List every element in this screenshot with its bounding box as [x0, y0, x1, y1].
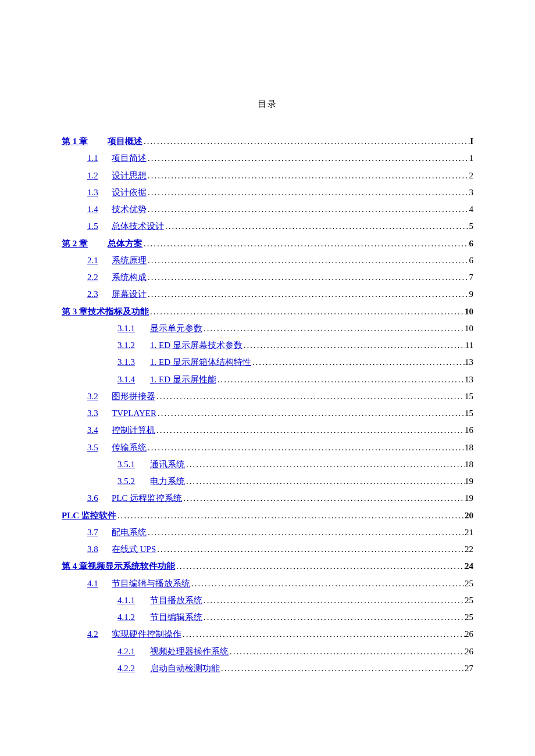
toc-entry-number[interactable]: 第 2 章: [62, 235, 88, 252]
toc-entry[interactable]: 第 3 章技术指标及功能10: [62, 303, 473, 320]
toc-entry-label[interactable]: 项目简述: [112, 150, 147, 167]
toc-entry-label[interactable]: 节目编辑与播放系统: [112, 575, 190, 592]
toc-entry-number[interactable]: 1.3: [87, 184, 106, 201]
toc-entry-number[interactable]: 3.1.4: [117, 371, 144, 388]
toc-entry[interactable]: 1.3设计依据3: [62, 184, 473, 201]
toc-entry[interactable]: 3.5传输系统18: [62, 439, 473, 456]
toc-entry[interactable]: 1.5总体技术设计5: [62, 218, 473, 235]
toc-entry-label[interactable]: 控制计算机: [112, 422, 155, 439]
toc-entry-number[interactable]: 3.1.1: [117, 320, 144, 337]
toc-entry-label[interactable]: 项目概述: [108, 133, 142, 150]
toc-entry[interactable]: 2.3屏幕设计9: [62, 286, 473, 303]
toc-entry-number[interactable]: 3.5.1: [117, 456, 144, 473]
toc-entry-page: 25: [465, 592, 473, 609]
toc-entry-number[interactable]: 3.4: [87, 422, 106, 439]
toc-entry-number[interactable]: 4.1.2: [117, 609, 144, 626]
toc-entry[interactable]: 4.2.2启动自动检测功能27: [62, 660, 473, 677]
toc-entry-label[interactable]: 设计依据: [112, 184, 147, 201]
toc-entry-number[interactable]: 3.1.3: [117, 354, 144, 371]
toc-entry[interactable]: 3.3TVPLAYER15: [62, 405, 473, 422]
toc-entry-number[interactable]: 第 1 章: [62, 133, 88, 150]
toc-entry-number[interactable]: 1.4: [87, 201, 106, 218]
toc-entry-label[interactable]: 传输系统: [112, 439, 147, 456]
toc-entry-label[interactable]: 1. ED 显示屏幕技术参数: [150, 337, 242, 354]
toc-entry[interactable]: 1.2设计思想2: [62, 167, 473, 184]
toc-entry-label[interactable]: 系统原理: [112, 252, 147, 269]
toc-leader-dots: [181, 626, 465, 643]
toc-entry-number[interactable]: 3.6: [87, 490, 106, 507]
toc-entry-number[interactable]: 1.2: [87, 167, 106, 184]
toc-entry-number[interactable]: 3.8: [87, 541, 106, 558]
toc-leader-dots: [147, 439, 465, 456]
toc-entry-label[interactable]: 1. ED 显示屏性能: [150, 371, 216, 388]
toc-entry-label[interactable]: 图形拼接器: [112, 388, 155, 405]
toc-entry[interactable]: 3.7配电系统21: [62, 524, 473, 541]
toc-entry-label[interactable]: 系统构成: [112, 269, 147, 286]
toc-entry[interactable]: 4.1.2节目编辑系统25: [62, 609, 473, 626]
toc-entry-number[interactable]: 2.1: [87, 252, 106, 269]
toc-entry[interactable]: 3.6PLC 远程监控系统19: [62, 490, 473, 507]
toc-entry[interactable]: 4.2实现硬件控制操作26: [62, 626, 473, 643]
toc-entry-label[interactable]: 视频处理器操作系统: [150, 643, 229, 660]
toc-entry[interactable]: 3.8在线式 UPS22: [62, 541, 473, 558]
toc-entry-number[interactable]: 3.5: [87, 439, 106, 456]
toc-entry-number[interactable]: 3.7: [87, 524, 106, 541]
toc-entry-label[interactable]: 电力系统: [150, 473, 185, 490]
toc-entry[interactable]: 4.2.1视频处理器操作系统26: [62, 643, 473, 660]
toc-entry[interactable]: 3.1.1显示单元参数10: [62, 320, 473, 337]
toc-entry-label[interactable]: 第 4 章视频显示系统软件功能: [62, 558, 175, 575]
toc-entry-label[interactable]: 设计思想: [112, 167, 147, 184]
toc-entry-label[interactable]: 总体技术设计: [112, 218, 164, 235]
toc-entry-label[interactable]: 节目播放系统: [150, 592, 202, 609]
toc-entry[interactable]: 1.4技术优势4: [62, 201, 473, 218]
toc-entry[interactable]: 3.5.2电力系统19: [62, 473, 473, 490]
toc-entry[interactable]: 1.1项目简述1: [62, 150, 473, 167]
toc-entry-label[interactable]: PLC 监控软件: [62, 507, 116, 524]
toc-leader-dots: [149, 303, 465, 320]
toc-entry-number[interactable]: 1.5: [87, 218, 106, 235]
toc-entry-label[interactable]: 启动自动检测功能: [150, 660, 220, 677]
toc-entry-number[interactable]: 4.2: [87, 626, 106, 643]
toc-entry[interactable]: 3.2图形拼接器15: [62, 388, 473, 405]
toc-entry-number[interactable]: 3.5.2: [117, 473, 144, 490]
toc-entry-label[interactable]: TVPLAYER: [112, 405, 156, 422]
toc-entry-number[interactable]: 4.1: [87, 575, 106, 592]
toc-entry[interactable]: 2.1系统原理6: [62, 252, 473, 269]
toc-entry-number[interactable]: 4.1.1: [117, 592, 144, 609]
toc-entry-number[interactable]: 2.2: [87, 269, 106, 286]
toc-entry[interactable]: 4.1节目编辑与播放系统25: [62, 575, 473, 592]
toc-entry-page: 6: [469, 235, 474, 252]
toc-entry-label[interactable]: 实现硬件控制操作: [112, 626, 181, 643]
toc-entry[interactable]: 3.1.31. ED 显示屏箱体结构特性13: [62, 354, 473, 371]
toc-entry-number[interactable]: 3.2: [87, 388, 106, 405]
toc-entry-label[interactable]: 第 3 章技术指标及功能: [62, 303, 149, 320]
toc-entry[interactable]: 第 2 章总体方案6: [62, 235, 473, 252]
toc-entry-label[interactable]: 配电系统: [112, 524, 147, 541]
toc-entry[interactable]: PLC 监控软件20: [62, 507, 473, 524]
toc-leader-dots: [220, 660, 465, 677]
toc-entry-number[interactable]: 3.3: [87, 405, 106, 422]
toc-entry[interactable]: 第 1 章项目概述I: [62, 133, 473, 150]
toc-entry-page: 4: [469, 201, 474, 218]
toc-entry-number[interactable]: 3.1.2: [117, 337, 144, 354]
toc-entry[interactable]: 3.5.1通讯系统18: [62, 456, 473, 473]
toc-entry-number[interactable]: 1.1: [87, 150, 106, 167]
toc-entry-label[interactable]: PLC 远程监控系统: [112, 490, 182, 507]
toc-entry-label[interactable]: 显示单元参数: [150, 320, 202, 337]
toc-entry[interactable]: 2.2系统构成7: [62, 269, 473, 286]
toc-entry-number[interactable]: 4.2.2: [117, 660, 144, 677]
toc-entry-label[interactable]: 在线式 UPS: [112, 541, 156, 558]
toc-entry[interactable]: 3.1.41. ED 显示屏性能13: [62, 371, 473, 388]
toc-entry-number[interactable]: 4.2.1: [117, 643, 144, 660]
toc-entry-label[interactable]: 总体方案: [108, 235, 142, 252]
toc-entry[interactable]: 4.1.1节目播放系统25: [62, 592, 473, 609]
toc-entry-number[interactable]: 2.3: [87, 286, 106, 303]
toc-entry[interactable]: 3.4控制计算机16: [62, 422, 473, 439]
toc-entry-label[interactable]: 屏幕设计: [112, 286, 147, 303]
toc-entry[interactable]: 第 4 章视频显示系统软件功能24: [62, 558, 473, 575]
toc-entry-label[interactable]: 通讯系统: [150, 456, 185, 473]
toc-entry-label[interactable]: 节目编辑系统: [150, 609, 202, 626]
toc-entry[interactable]: 3.1.21. ED 显示屏幕技术参数11: [62, 337, 473, 354]
toc-entry-label[interactable]: 1. ED 显示屏箱体结构特性: [150, 354, 251, 371]
toc-entry-label[interactable]: 技术优势: [112, 201, 147, 218]
